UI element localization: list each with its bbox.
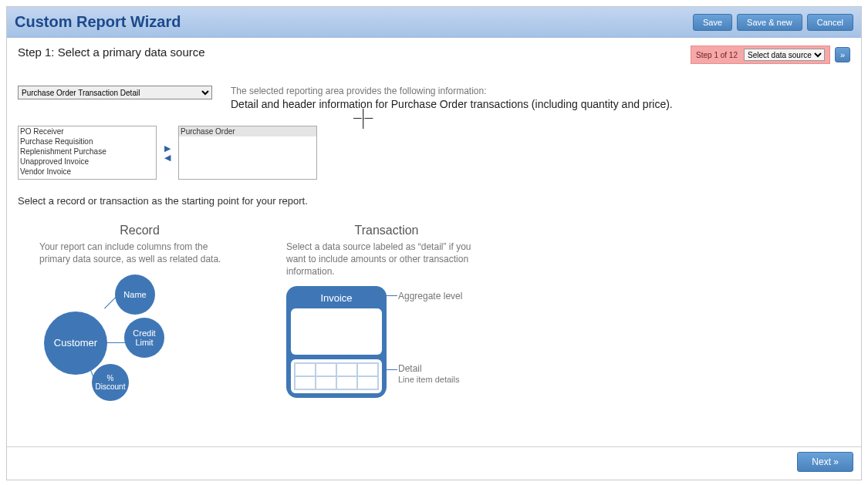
transaction-heading: Transaction [286,224,487,237]
bubble-discount: % Discount [92,364,129,401]
transaction-diagram: Invoice Aggregate level Detail Lin [286,286,487,398]
move-right-icon[interactable]: ▶ [164,143,171,153]
leader-line [385,369,397,370]
intro-block: The selected reporting area provides the… [231,86,673,110]
move-left-icon[interactable]: ◀ [164,153,171,162]
selected-listbox[interactable]: Purchase Order [178,126,317,180]
intro-description: Detail and header information for Purcha… [231,98,673,110]
primary-source-select[interactable]: Purchase Order Transaction Detail [18,86,212,99]
detail-grid-icon [294,362,379,390]
footer-bar: Next » [7,446,861,480]
leader-line [385,295,397,296]
step-badge: Step 1 of 12 Select data source [691,45,830,64]
record-desc: Your report can include columns from the… [39,241,240,265]
dual-listbox: PO ReceiverPurchase RequisitionReplenish… [18,126,850,180]
text-cursor-icon: |─ ─| [353,111,373,125]
expand-steps-button[interactable]: » [835,47,850,62]
list-item[interactable]: Unapproved Invoice [19,157,156,167]
header-bar: Custom Report Wizard Save Save & new Can… [7,7,861,38]
list-item[interactable]: Vendor Invoice [19,167,156,177]
step-row: Step 1: Select a primary data source Ste… [18,45,850,64]
detail-label: Detail [398,363,422,374]
header-buttons: Save Save & new Cancel [693,14,853,31]
wizard-frame: Custom Report Wizard Save Save & new Can… [6,6,862,480]
source-row: Purchase Order Transaction Detail The se… [18,86,850,110]
aggregate-area [291,308,382,355]
save-button[interactable]: Save [693,14,732,31]
available-listbox[interactable]: PO ReceiverPurchase RequisitionReplenish… [18,126,157,180]
intro-label: The selected reporting area provides the… [231,86,673,96]
cancel-button[interactable]: Cancel [807,14,853,31]
list-item[interactable]: Replenishment Purchase [19,147,156,157]
detail-area [291,359,382,393]
list-item[interactable]: PO Receiver [19,126,156,136]
step-badge-text: Step 1 of 12 [696,51,738,59]
detail-sublabel: Line item details [398,375,460,384]
step-indicator-group: Step 1 of 12 Select data source » [691,45,850,64]
transaction-column: Transaction Select a data source labeled… [286,224,487,404]
record-bubbles-diagram: Customer Name Credit Limit % Discount [39,273,240,404]
invoice-card-title: Invoice [291,291,382,308]
record-column: Record Your report can include columns f… [39,224,240,404]
record-heading: Record [39,224,240,237]
save-new-button[interactable]: Save & new [737,14,802,31]
diagram-row: Record Your report can include columns f… [18,224,850,404]
chevron-right-icon: » [840,50,845,59]
bubble-customer: Customer [44,312,107,375]
wizard-body: Step 1: Select a primary data source Ste… [7,38,861,439]
page-title: Custom Report Wizard [15,13,181,31]
step-title: Step 1: Select a primary data source [18,45,205,59]
invoice-card: Invoice [286,286,387,398]
bubble-name: Name [115,274,155,315]
hint-text: Select a record or transaction as the st… [18,195,850,207]
list-item[interactable]: Purchase Order [179,126,316,136]
mover-buttons: ▶ ◀ [164,143,171,162]
next-button[interactable]: Next » [797,452,853,472]
aggregate-label: Aggregate level [398,291,462,301]
bubble-credit-limit: Credit Limit [124,318,164,358]
transaction-desc: Select a data source labeled as “detail”… [286,241,487,278]
list-item[interactable]: Purchase Requisition [19,136,156,147]
connector-line [105,342,127,343]
step-badge-select[interactable]: Select data source [744,49,825,61]
